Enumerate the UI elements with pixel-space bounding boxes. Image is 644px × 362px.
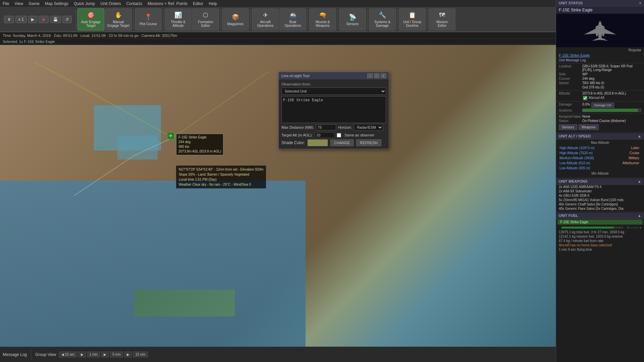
aircraft-operations-button[interactable]: ✈ AircraftOperations (252, 8, 279, 31)
menu-map-settings[interactable]: Map Settings (45, 1, 68, 6)
fuel-collapse[interactable]: ▲ (638, 214, 641, 218)
unit-status-section-title: UNIT STATUS × (556, 0, 644, 6)
altitude-row: Altitude: 2073.8 m ASL (819.8 m AGL) (556, 91, 644, 96)
alt-high1-value: Loiter (612, 146, 643, 150)
mounts-weapons-icon: 🔫 (319, 11, 326, 19)
menu-game[interactable]: Game (29, 1, 40, 6)
los-close-button[interactable]: × (381, 73, 386, 78)
fuel-fly-time: 1 min 9 sec flying time (556, 247, 644, 252)
altitude-value: 2073.8 m ASL (819.8 m AGL) (582, 92, 626, 95)
time-play2-button[interactable]: ▶ (101, 352, 109, 357)
map-area[interactable]: ✈ F-15E Strike Eagle 244 deg 480 kts 207… (0, 45, 556, 347)
side-row: Side: WP (556, 72, 644, 76)
boat-operations-button[interactable]: 🚢 BoatOperations (279, 8, 306, 31)
time-play3-button[interactable]: ▶ (124, 352, 132, 357)
weapon-item-3[interactable]: 5x 20mm/85 M61A1 Vulcan Burst [100 rnds (556, 198, 644, 202)
selected-bar: Selected: 1x F-15E Strike Eagle (0, 39, 644, 44)
mounts-weapons-button[interactable]: 🔫 Mounts &Weapons (309, 8, 336, 31)
damage-ctrl-button[interactable]: Damage Ctrl (591, 103, 614, 108)
time-15sec-button[interactable]: ◀ 15 sec (59, 352, 77, 357)
pause-button[interactable]: ⏸ (4, 16, 14, 23)
weapon-item-5[interactable]: 40x Generic Flare Salvo [3x Cartridges, … (556, 206, 644, 211)
los-horizon-select[interactable]: Radar/ESM (354, 124, 383, 131)
weapon-item-4[interactable]: 40x Generic Chaff Salvo [8x Cartridges] (556, 202, 644, 206)
weapon-item-1[interactable]: 2x AIM-9X Sidewinder (556, 189, 644, 193)
sensors-icon: 📡 (349, 13, 356, 21)
menu-view[interactable]: View (14, 1, 23, 6)
speed-grd: Grd 378 kts (G (582, 85, 604, 89)
fuel-unit-item[interactable]: F-15E Strike Eagle (557, 220, 643, 225)
manual-alt-checkbox[interactable] (583, 96, 587, 100)
los-same-observer-checkbox[interactable] (337, 133, 341, 137)
systems-label: Systems: (559, 109, 582, 112)
menu-quick-jump[interactable]: Quick Jump (74, 1, 95, 6)
divider-4 (556, 113, 644, 114)
sensors-panel-button[interactable]: Sensors (559, 124, 577, 130)
unit-info-course: 244 deg (178, 140, 221, 144)
time-15min-button[interactable]: 15 min (133, 352, 148, 357)
los-maximize-button[interactable]: □ (374, 73, 379, 78)
menu-unit-orders[interactable]: Unit Orders (100, 1, 121, 6)
alt-speed-collapse[interactable]: ▲ (638, 134, 641, 138)
damage-label: Damage: (559, 103, 582, 108)
los-distance-input[interactable] (316, 124, 336, 130)
mission-editor-button[interactable]: 🗺 MissionEditor (429, 8, 455, 31)
los-change-button[interactable]: CHANGE (330, 139, 354, 146)
los-minimize-button[interactable]: – (367, 73, 373, 78)
los-observation-select[interactable]: Selected Unit (281, 87, 386, 95)
unit-group-doctrine-button[interactable]: 📋 Unit / GroupDoctrine (399, 8, 426, 31)
menu-contacts[interactable]: Contacts (126, 1, 142, 6)
plot-course-label: Plot Course (140, 22, 157, 26)
fuel-bar-row: 0 ——— 1 (556, 225, 644, 230)
los-refresh-button[interactable]: REFRESH (356, 139, 381, 146)
manual-engage-button[interactable]: ✋ ManualEngage Target (105, 8, 132, 31)
course-value: 244 deg (582, 77, 594, 80)
loadout-value: GBU-53/B SDB-II, Sniper XR Pod [FLIR], L… (582, 64, 641, 72)
unit-header-name: F-15E Strike Eagle (556, 6, 644, 14)
auto-engage-label: Auto EngageTarget (81, 20, 101, 27)
menu-file[interactable]: File (3, 1, 9, 6)
weapons-collapse[interactable]: ▲ (638, 179, 641, 183)
los-target-alt-input[interactable] (315, 132, 335, 138)
formation-editor-button[interactable]: ⬡ FormationEditor (192, 8, 219, 31)
record-button[interactable]: ⏺ (39, 16, 49, 23)
separator-1 (76, 9, 76, 29)
menu-missions[interactable]: Missions + Ref. Points (148, 1, 187, 6)
los-title: Line-of-sight Tool (281, 74, 310, 78)
replay-button[interactable]: ↺ (62, 16, 72, 23)
play-button[interactable]: ▶ (28, 16, 37, 23)
unit-name-link[interactable]: F-15E Strike Eagle (556, 53, 644, 58)
unit-image-container (556, 14, 644, 47)
mounts-weapons-label: Mounts &Weapons (316, 20, 330, 27)
magazines-button[interactable]: 📦 Magazines (222, 8, 249, 31)
los-target-alt-label: Target Alt (m AGL): (281, 133, 313, 137)
los-unit-text-area[interactable]: F-15E Strike Eagle (281, 96, 386, 123)
weapon-item-2[interactable]: 4x GBU-53/B SDB-II (556, 193, 644, 198)
menu-help[interactable]: Help (209, 1, 217, 6)
menu-editor[interactable]: Editor (193, 1, 203, 6)
plot-course-button[interactable]: 📍 Plot Course (135, 8, 162, 31)
unit-marker-icon: ✈ (169, 133, 173, 138)
fuel-text-1: 13975.1 kg total fuel, 3 hr 27 min, 1658… (556, 230, 644, 234)
systems-damage-button[interactable]: 🔧 Systems &Damage (369, 8, 396, 31)
throttle-altitude-button[interactable]: 📊 Throttle &Altitude (165, 8, 192, 31)
unit-badge: Regular (556, 47, 644, 53)
water-body-3 (117, 135, 158, 160)
time-1min-button[interactable]: 1 min (87, 352, 100, 357)
fuel-text-4: Aircraft has no home base selected! (556, 243, 644, 247)
time-play-button[interactable]: ▶ (78, 352, 86, 357)
speed-display[interactable]: x 1 (15, 16, 27, 23)
alt-high1-label: High Altitude (10973 m) (557, 146, 611, 150)
time-5min-button[interactable]: 5 min (110, 352, 123, 357)
unit-status-close[interactable]: × (639, 1, 641, 5)
separator-8 (367, 9, 368, 29)
unit-message-log-link[interactable]: Unit Message Log (556, 58, 644, 62)
auto-engage-button[interactable]: 🎯 Auto EngageTarget (77, 8, 104, 31)
alt-high1-row: High Altitude (10973 m) Loiter (557, 146, 643, 150)
save-button[interactable]: 💾 (50, 16, 61, 23)
svg-point-11 (602, 26, 605, 37)
unit-marker[interactable]: ✈ (167, 132, 174, 139)
weapons-panel-button[interactable]: Weapons (579, 124, 599, 130)
weapon-item-0[interactable]: 2x AIM-120D AMRAAM P3.4 (556, 185, 644, 189)
sensors-button[interactable]: 📡 Sensors (339, 8, 366, 31)
